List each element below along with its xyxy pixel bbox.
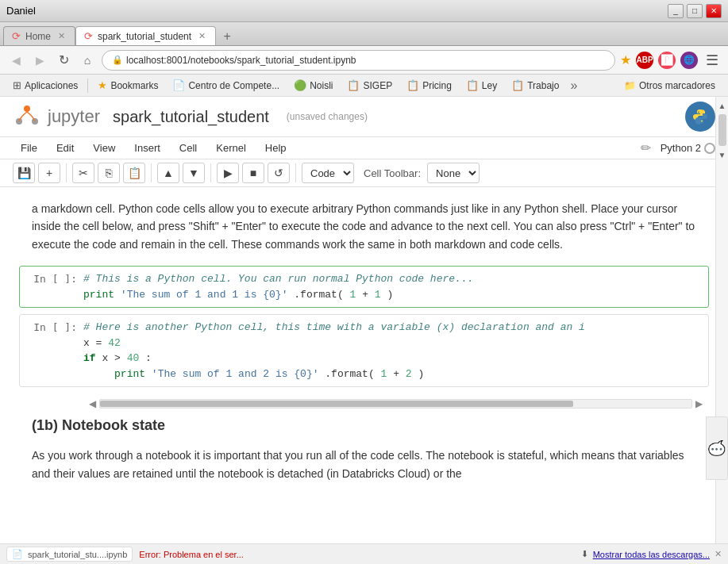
scroll-up-button[interactable]: ▲ bbox=[717, 100, 728, 111]
trabajo-icon: 📋 bbox=[511, 79, 524, 91]
notebook-content: a markdown cell. Python code cells allow… bbox=[0, 187, 728, 543]
close-button[interactable]: ✕ bbox=[706, 4, 722, 18]
bookmark-centro[interactable]: 📄 Centro de Compete... bbox=[166, 78, 286, 93]
cell-2-code[interactable]: # Here is another Python cell, this time… bbox=[83, 320, 708, 382]
notebook-title[interactable]: spark_tutorial_student bbox=[113, 108, 269, 126]
apps-grid-icon: ⊞ bbox=[13, 79, 21, 91]
hscroll-thumb[interactable] bbox=[100, 401, 573, 407]
move-down-button[interactable]: ▼ bbox=[183, 163, 205, 183]
section-text: As you work through a notebook it is imp… bbox=[19, 447, 709, 482]
kernel-info: Python 2 bbox=[661, 142, 701, 154]
more-bookmarks-button[interactable]: » bbox=[567, 79, 580, 93]
code-num-3: 1 bbox=[381, 368, 387, 380]
bookmark-star-icon[interactable]: ★ bbox=[620, 52, 631, 67]
bookmark-bookmarks[interactable]: ★ Bookmarks bbox=[91, 78, 164, 93]
bookmark-pricing[interactable]: 📋 Pricing bbox=[400, 78, 458, 93]
restart-button[interactable]: ↺ bbox=[268, 163, 290, 183]
bookmark-sigep[interactable]: 📋 SIGEP bbox=[341, 78, 399, 93]
code-if: if bbox=[83, 352, 96, 364]
code-cell-1[interactable]: In [ ]: # This is a Python cell. You can… bbox=[19, 266, 709, 308]
download-icon: ⬇ bbox=[581, 549, 588, 559]
code-cell-2[interactable]: In [ ]: # Here is another Python cell, t… bbox=[19, 314, 709, 387]
bookmark-bookmarks-label: Bookmarks bbox=[110, 80, 158, 91]
cut-button[interactable]: ✂ bbox=[72, 163, 94, 183]
bookmark-aplicaciones[interactable]: ⊞ Aplicaciones bbox=[6, 78, 84, 93]
tab-bar: ⟳ Home ✕ ⟳ spark_tutorial_student ✕ + bbox=[0, 22, 728, 46]
run-button[interactable]: ▶ bbox=[217, 163, 239, 183]
jupyter-header: jupyter spark_tutorial_student (unsaved … bbox=[0, 97, 728, 137]
bookmark-trabajo[interactable]: 📋 Trabajo bbox=[505, 78, 565, 93]
refresh-button[interactable]: ↻ bbox=[54, 51, 73, 70]
toolbar-separator-3 bbox=[210, 163, 211, 182]
menu-file[interactable]: File bbox=[13, 139, 45, 157]
feedback-icon: 💬 bbox=[708, 439, 726, 457]
cell-type-select[interactable]: Code bbox=[302, 163, 354, 183]
back-button[interactable]: ◀ bbox=[6, 51, 25, 70]
bookmark-ley[interactable]: 📋 Ley bbox=[460, 78, 503, 93]
jupyter-menubar: File Edit View Insert Cell Kernel Help ✏… bbox=[0, 137, 728, 159]
code-string-2: 'The sum of 1 and 2 is {0}' bbox=[152, 368, 319, 380]
tor-icon[interactable]: 🌐 bbox=[680, 52, 698, 69]
cell-1-line-1: # This is a Python cell. You can run nor… bbox=[83, 271, 702, 287]
menu-kernel[interactable]: Kernel bbox=[208, 139, 254, 157]
jupyter-logo: jupyter bbox=[13, 102, 100, 131]
code-print-1: print bbox=[83, 289, 114, 301]
other-bookmarks-label: Otros marcadores bbox=[639, 80, 715, 91]
status-error-text: Error: Problema en el ser... bbox=[139, 550, 243, 559]
interrupt-button[interactable]: ■ bbox=[242, 163, 264, 183]
cell-2-line-4: print 'The sum of 1 and 2 is {0}' .forma… bbox=[83, 366, 702, 382]
ley-icon: 📋 bbox=[466, 79, 479, 91]
hscroll-right-icon[interactable]: ▶ bbox=[695, 398, 703, 409]
hscroll-left-icon[interactable]: ◀ bbox=[89, 398, 96, 409]
tab-home-close[interactable]: ✕ bbox=[56, 31, 67, 42]
move-up-button[interactable]: ▲ bbox=[157, 163, 179, 183]
menu-cell[interactable]: Cell bbox=[171, 139, 205, 157]
menu-edit[interactable]: Edit bbox=[48, 139, 82, 157]
bookmark-pricing-label: Pricing bbox=[422, 80, 452, 91]
code-num-42: 42 bbox=[108, 337, 121, 349]
section-title: (1b) Notebook state bbox=[19, 411, 709, 440]
status-downloads: ⬇ Mostrar todas las descargas... ✕ bbox=[581, 549, 722, 559]
menu-view[interactable]: View bbox=[85, 139, 123, 157]
svg-point-0 bbox=[24, 106, 30, 112]
download-link[interactable]: Mostrar todas las descargas... bbox=[593, 550, 710, 559]
horizontal-scrollbar[interactable]: ◀ ▶ bbox=[83, 397, 709, 411]
bookmark-centro-label: Centro de Compete... bbox=[188, 80, 279, 91]
tab-notebook-close[interactable]: ✕ bbox=[196, 31, 207, 42]
tab-home[interactable]: ⟳ Home ✕ bbox=[3, 26, 75, 45]
feedback-button[interactable]: 💬 bbox=[706, 416, 728, 480]
browser-menu-button[interactable]: ☰ bbox=[703, 52, 722, 69]
tab-notebook[interactable]: ⟳ spark_tutorial_student ✕ bbox=[75, 26, 216, 45]
scroll-thumb[interactable] bbox=[718, 114, 726, 146]
status-file: 📄 spark_tutorial_stu....ipynb bbox=[6, 547, 133, 562]
other-bookmarks-folder[interactable]: 📁 Otros marcadores bbox=[618, 79, 722, 93]
minimize-button[interactable]: _ bbox=[668, 4, 684, 18]
copy-button[interactable]: ⎘ bbox=[98, 163, 120, 183]
bookmark-noisli[interactable]: 🟢 Noisli bbox=[287, 78, 339, 93]
menu-insert[interactable]: Insert bbox=[126, 139, 168, 157]
menu-help[interactable]: Help bbox=[257, 139, 295, 157]
save-button[interactable]: 💾 bbox=[13, 163, 35, 183]
maximize-button[interactable]: □ bbox=[687, 4, 703, 18]
code-num-4: 2 bbox=[406, 368, 412, 380]
code-print-2: print bbox=[114, 368, 145, 380]
python-badge bbox=[685, 102, 715, 132]
cell-1-code[interactable]: # This is a Python cell. You can run nor… bbox=[83, 271, 708, 302]
url-bar[interactable]: 🔒 localhost:8001/notebooks/spark_tutoria… bbox=[102, 50, 615, 71]
home-button[interactable]: ⌂ bbox=[78, 51, 97, 70]
close-status-button[interactable]: ✕ bbox=[715, 549, 722, 559]
code-num-40: 40 bbox=[127, 352, 140, 364]
forward-button[interactable]: ▶ bbox=[30, 51, 49, 70]
pocket-icon[interactable]: 🅿 bbox=[658, 52, 676, 69]
cell-2-line-3: if x > 40 : bbox=[83, 351, 702, 366]
adblock-plus-icon[interactable]: ABP bbox=[636, 52, 653, 69]
paste-button[interactable]: 📋 bbox=[123, 163, 145, 183]
hscroll-track[interactable] bbox=[99, 399, 692, 409]
edit-pencil-icon: ✏ bbox=[641, 140, 651, 155]
cell-toolbar-select[interactable]: None bbox=[427, 163, 480, 183]
pricing-icon: 📋 bbox=[406, 79, 419, 91]
intro-text-content: a markdown cell. Python code cells allow… bbox=[32, 202, 695, 251]
scroll-down-button[interactable]: ▼ bbox=[717, 149, 728, 160]
add-cell-button[interactable]: + bbox=[38, 163, 60, 183]
new-tab-button[interactable]: + bbox=[218, 28, 237, 45]
